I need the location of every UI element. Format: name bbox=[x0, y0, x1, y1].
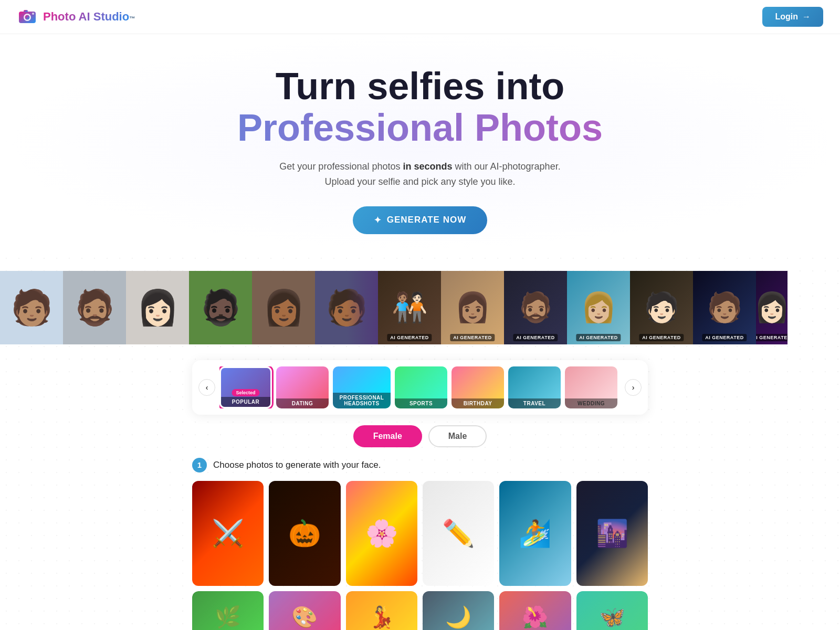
ai-badge-4: AI GENERATED bbox=[576, 334, 621, 341]
step1-number: 1 bbox=[192, 458, 207, 472]
wand-icon: ✦ bbox=[374, 215, 382, 226]
strip-ai-4: 👩🏼 AI GENERATED bbox=[567, 271, 630, 344]
hero-section: Turn selfies into Professional Photos Ge… bbox=[0, 34, 840, 250]
logo-area: Photo AI Studio™ bbox=[17, 6, 135, 27]
category-professional[interactable]: PROFESSIONAL HEADSHOTS bbox=[333, 366, 391, 408]
photo-card-2[interactable]: 🎃 bbox=[269, 481, 340, 586]
categories-list: POPULAR Selected DATING PROFESSIONAL HEA… bbox=[219, 366, 621, 408]
ai-badge-6: AI GENERATED bbox=[702, 334, 747, 341]
categories-section: ‹ POPULAR Selected DATING PROFESSIONAL H… bbox=[192, 360, 648, 415]
photo-card-12[interactable]: 🦋 bbox=[576, 591, 648, 630]
hero-title-line2: Professional Photos bbox=[10, 107, 830, 149]
gender-toggle: Female Male bbox=[192, 425, 648, 447]
step1-section: 1 Choose photos to generate with your fa… bbox=[192, 458, 648, 586]
female-button[interactable]: Female bbox=[353, 425, 422, 447]
photos-grid-partial: 🌿 🎨 💃 🌙 🌺 🦋 bbox=[192, 591, 648, 630]
photo-card-10[interactable]: 🌙 bbox=[423, 591, 494, 630]
login-button[interactable]: Login → bbox=[762, 7, 823, 27]
site-header: Photo AI Studio™ Login → bbox=[0, 0, 840, 34]
categories-next-button[interactable]: › bbox=[625, 379, 642, 396]
strip-ai-7: 👩🏻 AI GENERATED bbox=[756, 271, 788, 344]
svg-point-4 bbox=[32, 13, 34, 15]
photo-card-8[interactable]: 🎨 bbox=[269, 591, 340, 630]
strip-photo-3: 👩🏻 bbox=[126, 271, 189, 344]
categories-prev-button[interactable]: ‹ bbox=[198, 379, 215, 396]
strip-ai-1: 🧑🏽‍🤝‍🧑🏻 AI GENERATED bbox=[378, 271, 441, 344]
step1-label: Choose photos to generate with your face… bbox=[213, 460, 381, 470]
category-label-sports: SPORTS bbox=[395, 398, 447, 408]
ai-badge-2: AI GENERATED bbox=[450, 334, 495, 341]
category-popular[interactable]: POPULAR Selected bbox=[219, 366, 272, 408]
male-button[interactable]: Male bbox=[428, 425, 487, 447]
photo-card-7[interactable]: 🌿 bbox=[192, 591, 264, 630]
category-wedding[interactable]: WEDDING bbox=[565, 366, 617, 408]
strip-ai-5: 🧑🏻 AI GENERATED bbox=[630, 271, 693, 344]
step1-header: 1 Choose photos to generate with your fa… bbox=[192, 458, 648, 472]
selected-badge-popular: Selected bbox=[232, 389, 259, 396]
hero-title-line1: Turn selfies into bbox=[10, 66, 830, 107]
photo-card-11[interactable]: 🌺 bbox=[499, 591, 571, 630]
category-label-wedding: WEDDING bbox=[565, 398, 617, 408]
category-label-birthday: BIRTHDAY bbox=[452, 398, 504, 408]
strip-ai-6: 🧑🏽 AI GENERATED bbox=[693, 271, 756, 344]
hero-subtitle: Get your professional photos in seconds … bbox=[10, 159, 830, 190]
category-label-dating: DATING bbox=[276, 398, 329, 408]
category-dating[interactable]: DATING bbox=[276, 366, 329, 408]
ai-badge-5: AI GENERATED bbox=[639, 334, 684, 341]
hero-title: Turn selfies into Professional Photos bbox=[10, 66, 830, 149]
ai-badge-1: AI GENERATED bbox=[387, 334, 432, 341]
generate-now-button[interactable]: ✦ GENERATE NOW bbox=[353, 206, 487, 234]
strip-ai-2: 👩🏽 AI GENERATED bbox=[441, 271, 504, 344]
photo-card-4[interactable]: ✏️ bbox=[423, 481, 494, 586]
strip-photo-5: 👩🏾 bbox=[252, 271, 315, 344]
strip-photo-1: 🧑🏽 bbox=[0, 271, 63, 344]
svg-point-2 bbox=[25, 15, 30, 20]
category-label-travel: TRAVEL bbox=[508, 398, 561, 408]
category-birthday[interactable]: BIRTHDAY bbox=[452, 366, 504, 408]
category-label-professional: PROFESSIONAL HEADSHOTS bbox=[333, 393, 391, 408]
svg-rect-3 bbox=[24, 10, 28, 12]
category-sports[interactable]: SPORTS bbox=[395, 366, 447, 408]
strip-photo-4: 🧔🏿 bbox=[189, 271, 252, 344]
strip-photo-2: 🧔🏽 bbox=[63, 271, 126, 344]
photo-card-1[interactable]: ⚔️ bbox=[192, 481, 264, 586]
category-travel[interactable]: TRAVEL bbox=[508, 366, 561, 408]
ai-badge-7: AI GENERATED bbox=[756, 334, 788, 341]
strip-photo-6: 🧑🏾 bbox=[315, 271, 378, 344]
categories-scroll: ‹ POPULAR Selected DATING PROFESSIONAL H… bbox=[198, 366, 642, 408]
photo-card-3[interactable]: 🌸 bbox=[346, 481, 417, 586]
strip-ai-3: 🧔🏽 AI GENERATED bbox=[504, 271, 567, 344]
photo-card-9[interactable]: 💃 bbox=[346, 591, 417, 630]
photos-grid: ⚔️ 🎃 🌸 ✏️ 🏄 🌆 bbox=[192, 481, 648, 586]
category-label-popular: POPULAR bbox=[221, 397, 270, 407]
logo-text: Photo AI Studio™ bbox=[43, 10, 135, 24]
ai-badge-3: AI GENERATED bbox=[513, 334, 558, 341]
logo-icon bbox=[17, 6, 38, 27]
photo-card-5[interactable]: 🏄 bbox=[499, 481, 571, 586]
photo-strip: 🧑🏽 🧔🏽 👩🏻 🧔🏿 👩🏾 🧑🏾 🧑🏽‍🤝‍🧑🏻 AI GENERATED 👩… bbox=[0, 271, 840, 344]
photo-card-6[interactable]: 🌆 bbox=[576, 481, 648, 586]
